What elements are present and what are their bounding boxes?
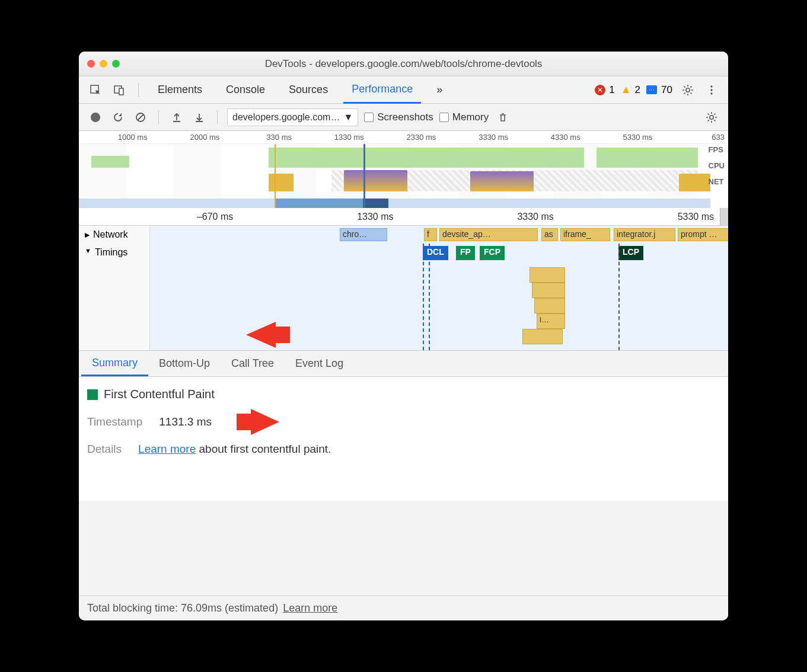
tab-summary[interactable]: Summary	[81, 351, 148, 376]
devtools-window: DevTools - developers.google.com/web/too…	[79, 52, 728, 620]
network-request[interactable]: f	[424, 228, 437, 241]
svg-rect-2	[119, 88, 123, 95]
marker-line	[429, 244, 430, 350]
details-label: Details	[87, 443, 122, 456]
tbt-learn-more-link[interactable]: Learn more	[283, 602, 337, 615]
tab-event-log[interactable]: Event Log	[285, 351, 354, 376]
collapse-icon[interactable]: ▼	[85, 247, 91, 254]
svg-line-24	[708, 113, 709, 114]
network-request[interactable]: chro…	[340, 228, 387, 241]
tab-bottom-up[interactable]: Bottom-Up	[148, 351, 221, 376]
inspect-element-icon[interactable]	[87, 82, 104, 98]
close-window-button[interactable]	[87, 60, 95, 68]
load-profile-button[interactable]	[168, 109, 185, 126]
svg-line-10	[684, 92, 685, 94]
flamechart-ruler: –670 ms 1330 ms 3330 ms 5330 ms	[79, 208, 728, 226]
timestamp-value: 1131.3 ms	[159, 415, 212, 428]
recording-selector[interactable]: developers.google.com… ▼	[227, 108, 358, 126]
marker-line	[618, 244, 620, 350]
network-request[interactable]: as	[541, 228, 558, 241]
settings-icon[interactable]	[680, 82, 696, 98]
net-label: NET	[709, 177, 725, 186]
lcp-marker[interactable]: LCP	[618, 246, 643, 260]
long-task[interactable]: l…	[537, 313, 565, 329]
long-task[interactable]	[534, 298, 565, 313]
network-track[interactable]: ▶Network chro…fdevsite_ap…asiframe_integ…	[79, 226, 728, 244]
total-blocking-time: Total blocking time: 76.09ms (estimated)	[87, 602, 278, 615]
message-count: 70	[661, 84, 672, 96]
cpu-label: CPU	[709, 161, 725, 170]
screenshots-checkbox[interactable]: Screenshots	[364, 111, 433, 123]
warning-icon: ▲	[621, 84, 631, 96]
more-icon[interactable]	[703, 82, 720, 98]
tab-call-tree[interactable]: Call Tree	[221, 351, 285, 376]
network-request[interactable]: iframe_	[560, 228, 610, 241]
minimize-window-button[interactable]	[100, 60, 107, 68]
overview-ruler: 1000 ms 2000 ms 330 ms 1330 ms 2330 ms 3…	[79, 131, 728, 144]
tab-sources[interactable]: Sources	[280, 76, 336, 104]
fps-label: FPS	[709, 145, 725, 154]
network-request[interactable]: integrator.j	[614, 228, 675, 241]
long-task[interactable]	[532, 283, 565, 298]
net-chart	[79, 199, 710, 208]
window-title: DevTools - developers.google.com/web/too…	[79, 58, 728, 70]
garbage-collect-icon[interactable]	[495, 109, 511, 126]
divider	[217, 110, 218, 124]
traffic-lights	[87, 60, 120, 68]
divider	[138, 83, 139, 97]
capture-settings-icon[interactable]	[703, 109, 720, 126]
tab-performance[interactable]: Performance	[343, 76, 421, 104]
marker-line	[423, 244, 424, 350]
learn-more-link[interactable]: Learn more	[138, 443, 196, 455]
summary-panel: First Contentful Paint Timestamp 1131.3 …	[79, 377, 728, 501]
divider	[158, 110, 159, 124]
svg-line-27	[714, 113, 715, 114]
network-request[interactable]: prompt …	[678, 228, 728, 241]
save-profile-button[interactable]	[191, 109, 208, 126]
empty-panel	[79, 501, 728, 596]
clear-button[interactable]	[132, 109, 149, 126]
flamechart-tracks[interactable]: ▶Network chro…fdevsite_ap…asiframe_integ…	[79, 226, 728, 351]
svg-point-14	[710, 92, 712, 94]
timestamp-label: Timestamp	[87, 415, 142, 428]
message-icon: ⋯	[646, 85, 657, 94]
svg-line-9	[690, 92, 691, 94]
cpu-chart	[79, 170, 710, 191]
event-title: First Contentful Paint	[104, 388, 215, 401]
dcl-marker[interactable]: DCL	[423, 246, 448, 260]
console-status[interactable]: ✕1 ▲2 ⋯70	[595, 84, 672, 96]
expand-icon[interactable]: ▶	[85, 231, 90, 239]
viewport-handle[interactable]	[363, 144, 365, 208]
svg-line-8	[684, 86, 685, 87]
reload-button[interactable]	[110, 109, 126, 126]
titlebar: DevTools - developers.google.com/web/too…	[79, 52, 728, 76]
long-task[interactable]	[530, 267, 565, 283]
svg-line-26	[708, 120, 709, 121]
record-button[interactable]	[87, 109, 104, 126]
timings-track[interactable]: ▼Timings DCL FP FCP LCP l…	[79, 244, 728, 350]
scrollbar-vertical[interactable]	[720, 208, 728, 225]
zoom-window-button[interactable]	[112, 60, 120, 68]
network-request[interactable]: devsite_ap…	[439, 228, 538, 241]
warning-count: 2	[635, 84, 640, 96]
detail-tabs: Summary Bottom-Up Call Tree Event Log	[79, 351, 728, 377]
performance-toolbar: developers.google.com… ▼ Screenshots Mem…	[79, 104, 728, 131]
tab-elements[interactable]: Elements	[149, 76, 210, 104]
tabs-overflow-button[interactable]: »	[428, 76, 451, 104]
svg-point-13	[710, 89, 712, 91]
error-count: 1	[609, 84, 614, 96]
long-task[interactable]	[522, 329, 563, 344]
svg-point-3	[686, 88, 690, 91]
device-toolbar-icon[interactable]	[111, 82, 127, 98]
marker-line	[275, 144, 276, 208]
annotation-arrow-icon	[251, 409, 279, 435]
fp-marker[interactable]: FP	[456, 246, 475, 260]
timeline-overview[interactable]: 1000 ms 2000 ms 330 ms 1330 ms 2330 ms 3…	[79, 131, 728, 208]
details-text: Learn more about first contentful paint.	[138, 443, 331, 456]
annotation-arrow-icon	[246, 322, 276, 348]
memory-checkbox[interactable]: Memory	[439, 111, 489, 123]
svg-line-16	[138, 114, 143, 120]
tab-console[interactable]: Console	[218, 76, 273, 104]
fcp-marker[interactable]: FCP	[480, 246, 505, 260]
fps-chart	[79, 144, 710, 168]
